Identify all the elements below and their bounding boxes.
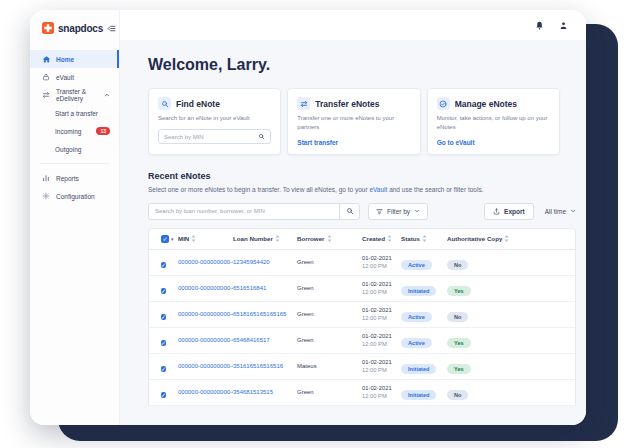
status-badge: Active — [401, 338, 432, 348]
column-header-min[interactable]: MIN — [178, 235, 233, 242]
find-enote-card: Find eNote Search for an eNote in your e… — [148, 88, 281, 155]
chevron-up-icon[interactable] — [104, 92, 110, 98]
table-row[interactable]: ✓ 000000-000000000-4 65468416517 Green 0… — [149, 328, 575, 354]
export-button[interactable]: Export — [484, 203, 534, 220]
transfer-enotes-card: Transfer eNotes Transfer one or more eNo… — [287, 88, 420, 155]
search-icon[interactable] — [258, 133, 265, 140]
card-title: Transfer eNotes — [315, 99, 379, 109]
filter-by-button[interactable]: Filter by — [368, 203, 428, 220]
table-search-input[interactable] — [149, 208, 339, 214]
go-to-evault-link[interactable]: Go to eVault — [437, 139, 550, 146]
gear-icon — [42, 192, 51, 201]
authoritative-copy-badge: No — [447, 390, 468, 400]
evault-link[interactable]: eVault — [369, 186, 387, 193]
lock-icon — [42, 73, 51, 82]
authoritative-copy-cell: Yes — [447, 279, 563, 297]
borrower-cell: Green — [297, 337, 362, 343]
card-description: Search for an eNote in your eVault — [158, 114, 271, 123]
min-search-input[interactable] — [164, 134, 258, 140]
logo-text: snapdocs — [58, 23, 103, 34]
funnel-icon — [376, 208, 383, 215]
column-header-created[interactable]: Created — [362, 235, 401, 242]
loan-number-link[interactable]: 12345954420 — [233, 259, 297, 265]
sidebar-item-outgoing[interactable]: Outgoing — [30, 140, 119, 158]
transfer-circle-icon — [297, 97, 310, 110]
row-checkbox[interactable]: ✓ — [161, 340, 166, 346]
notifications-bell-icon[interactable] — [535, 21, 544, 30]
row-checkbox[interactable]: ✓ — [161, 314, 166, 320]
table-row[interactable]: ✓ 000000-000000000-4 6518165165165165 Gr… — [149, 302, 575, 328]
table-row[interactable]: ✓ 000000-000000000-4 6516516841 Green 01… — [149, 276, 575, 302]
main-area: Welcome, Larry. Find eNote Search for an… — [120, 10, 586, 425]
min-link[interactable]: 000000-000000000-4 — [178, 363, 233, 369]
table-body: ✓ 000000-000000000-4 12345954420 Green 0… — [149, 250, 575, 406]
start-transfer-link[interactable]: Start transfer — [297, 139, 410, 146]
row-checkbox[interactable]: ✓ — [161, 288, 166, 294]
table-search-field[interactable] — [148, 203, 360, 220]
authoritative-copy-badge: Yes — [447, 338, 471, 348]
sidebar-item-transfer-edelivery[interactable]: Transfer & eDelivery — [30, 86, 119, 104]
status-cell: Initiated — [401, 383, 447, 401]
reports-icon — [42, 174, 51, 183]
time-range-select[interactable]: All time — [545, 208, 576, 215]
sidebar-item-reports[interactable]: Reports — [30, 169, 119, 187]
card-title: Manage eNotes — [455, 99, 517, 109]
sidebar-item-configuration[interactable]: Configuration — [30, 187, 119, 205]
status-badge: Initiated — [401, 286, 436, 296]
topbar — [120, 10, 586, 40]
sidebar-item-home[interactable]: Home — [30, 50, 119, 68]
min-link[interactable]: 000000-000000000-4 — [178, 285, 233, 291]
recent-enotes-subtitle: Select one or more eNotes to begin a tra… — [148, 186, 576, 193]
snapdocs-logo-icon — [42, 22, 54, 34]
borrower-cell: Green — [297, 311, 362, 317]
sidebar-item-start-a-transfer[interactable]: Start a transfer — [30, 104, 119, 122]
min-search-field[interactable] — [158, 129, 271, 144]
min-link[interactable]: 000000-000000000-4 — [178, 311, 233, 317]
row-checkbox[interactable]: ✓ — [161, 392, 166, 398]
min-link[interactable]: 000000-000000000-4 — [178, 389, 233, 395]
status-cell: Active — [401, 253, 447, 271]
search-icon[interactable] — [340, 207, 359, 215]
sidebar-collapse-icon[interactable] — [107, 24, 116, 33]
row-checkbox[interactable]: ✓ — [161, 366, 166, 372]
loan-number-link[interactable]: 354681513515 — [233, 389, 297, 395]
column-header-borrower[interactable]: Borrower — [297, 235, 362, 242]
authoritative-copy-cell: No — [447, 305, 563, 323]
loan-number-link[interactable]: 6518165165165165 — [233, 311, 297, 317]
select-all-checkbox[interactable]: ✓ — [161, 235, 169, 243]
row-checkbox[interactable]: ✓ — [161, 262, 166, 268]
status-cell: Initiated — [401, 279, 447, 297]
borrower-cell: Green — [297, 259, 362, 265]
sidebar-item-evault[interactable]: eVault — [30, 68, 119, 86]
home-icon — [42, 55, 51, 64]
status-badge: Initiated — [401, 364, 436, 374]
borrower-cell: Green — [297, 389, 362, 395]
loan-number-link[interactable]: 65468416517 — [233, 337, 297, 343]
column-header-status[interactable]: Status — [401, 235, 447, 242]
authoritative-copy-badge: No — [447, 260, 468, 270]
column-header-loan-number[interactable]: Loan Number — [233, 235, 297, 242]
action-cards: Find eNote Search for an eNote in your e… — [148, 88, 560, 155]
loan-number-link[interactable]: 351616516516516 — [233, 363, 297, 369]
authoritative-copy-cell: No — [447, 253, 563, 271]
loan-number-link[interactable]: 6516516841 — [233, 285, 297, 291]
sidebar-item-incoming[interactable]: Incoming 13 — [30, 122, 119, 140]
status-cell: Initiated — [401, 357, 447, 375]
table-row[interactable]: ✓ 000000-000000000-4 12345954420 Green 0… — [149, 250, 575, 276]
user-account-icon[interactable] — [559, 21, 568, 30]
page-title: Welcome, Larry. — [148, 56, 576, 74]
table-header-row: ✓ ▾ MIN Loan Number Borrower Created Sta… — [149, 229, 575, 250]
table-row[interactable]: ✓ 000000-000000000-4 351616516516516 Mat… — [149, 354, 575, 380]
min-link[interactable]: 000000-000000000-4 — [178, 337, 233, 343]
column-header-authoritative-copy[interactable]: Authoritative Copy — [447, 235, 563, 242]
card-description: Monitor, take actions, or follow up on y… — [437, 114, 550, 133]
sidebar: snapdocs Home eVault — [30, 10, 120, 425]
table-row[interactable]: ✓ 000000-000000000-4 354681513515 Green … — [149, 380, 575, 406]
sidebar-nav: Home eVault Transfer & eDelivery Start a… — [30, 50, 119, 205]
manage-circle-icon — [437, 97, 450, 110]
transfer-icon — [42, 91, 51, 100]
min-link[interactable]: 000000-000000000-4 — [178, 259, 233, 265]
app-window: snapdocs Home eVault — [30, 10, 586, 425]
select-menu-caret-icon[interactable]: ▾ — [171, 236, 174, 242]
chevron-down-icon — [414, 208, 420, 214]
